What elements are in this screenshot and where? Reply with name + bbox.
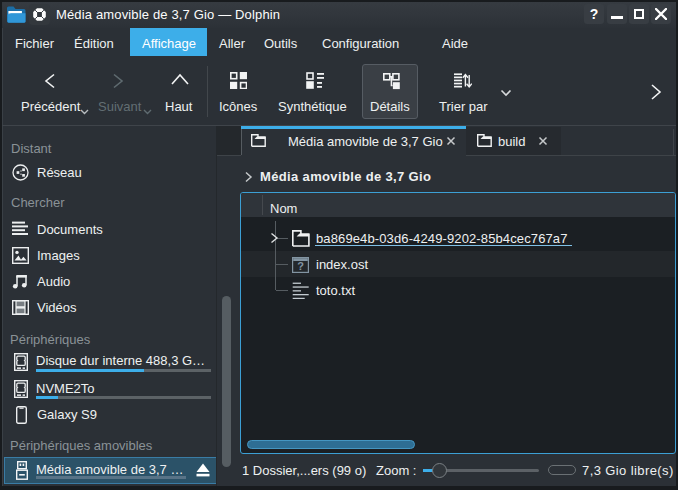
svg-text:?: ? [297,260,304,272]
